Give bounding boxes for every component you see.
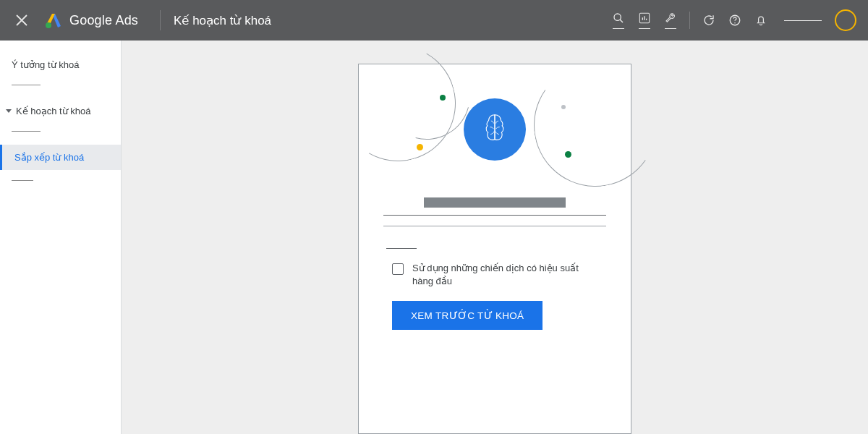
- svg-point-0: [46, 22, 51, 28]
- tools-button[interactable]: [658, 7, 684, 33]
- title-placeholder: [424, 197, 566, 208]
- help-icon: [728, 14, 741, 27]
- sidebar-separator: [12, 180, 33, 181]
- app-header: Google Ads Kế hoạch từ khoá: [0, 0, 868, 41]
- brain-icon: [464, 98, 526, 161]
- sidebar-item-plan[interactable]: Kế hoạch từ khoá: [0, 98, 121, 124]
- refresh-button[interactable]: [696, 7, 722, 33]
- search-icon: [613, 12, 624, 29]
- help-button[interactable]: [722, 7, 748, 33]
- bar-chart-icon: [639, 12, 650, 29]
- checkbox-row: Sử dụng những chiến dịch có hiệu suất hà…: [376, 262, 613, 288]
- checkbox-label: Sử dụng những chiến dịch có hiệu suất hà…: [412, 262, 597, 288]
- subfield-placeholder: [386, 248, 417, 249]
- illustration: [376, 82, 613, 177]
- sidebar: Ý tưởng từ khoá Kế hoạch từ khoá Sắp xếp…: [0, 41, 122, 434]
- notifications-button[interactable]: [748, 7, 774, 33]
- sidebar-item-organize[interactable]: Sắp xếp từ khoá: [0, 145, 121, 170]
- google-ads-logo-icon: [45, 12, 62, 29]
- reports-button[interactable]: [631, 7, 658, 33]
- bell-icon: [754, 14, 767, 27]
- svg-line-2: [620, 20, 623, 22]
- brand-block: Google Ads: [45, 12, 138, 29]
- main-content: Sử dụng những chiến dịch có hiệu suất hà…: [122, 41, 868, 434]
- preview-keywords-button[interactable]: XEM TRƯỚC TỪ KHOÁ: [392, 301, 542, 330]
- organize-card: Sử dụng những chiến dịch có hiệu suất hà…: [358, 64, 631, 434]
- chevron-down-icon: [6, 109, 12, 113]
- page-title: Kế hoạch từ khoá: [174, 13, 271, 28]
- search-button[interactable]: [605, 7, 631, 33]
- refresh-icon: [702, 14, 715, 27]
- sidebar-separator: [12, 85, 41, 85]
- top-campaigns-checkbox[interactable]: [392, 263, 404, 275]
- account-placeholder[interactable]: [784, 20, 822, 21]
- account-avatar[interactable]: [835, 9, 856, 31]
- header-divider-2: [689, 12, 690, 29]
- sidebar-item-ideas[interactable]: Ý tưởng từ khoá: [0, 52, 121, 77]
- input-line-1[interactable]: [383, 215, 606, 216]
- sidebar-item-label: Kế hoạch từ khoá: [16, 106, 91, 116]
- input-line-2[interactable]: [383, 226, 606, 226]
- close-icon: [16, 14, 27, 26]
- sidebar-item-label: Sắp xếp từ khoá: [14, 152, 84, 163]
- wrench-icon: [665, 12, 676, 29]
- sidebar-separator: [12, 131, 41, 132]
- brand-name: Google Ads: [69, 13, 138, 28]
- sidebar-item-label: Ý tưởng từ khoá: [12, 59, 79, 70]
- header-divider: [160, 10, 161, 30]
- close-button[interactable]: [13, 12, 30, 29]
- svg-point-8: [734, 22, 736, 24]
- svg-point-1: [614, 14, 621, 20]
